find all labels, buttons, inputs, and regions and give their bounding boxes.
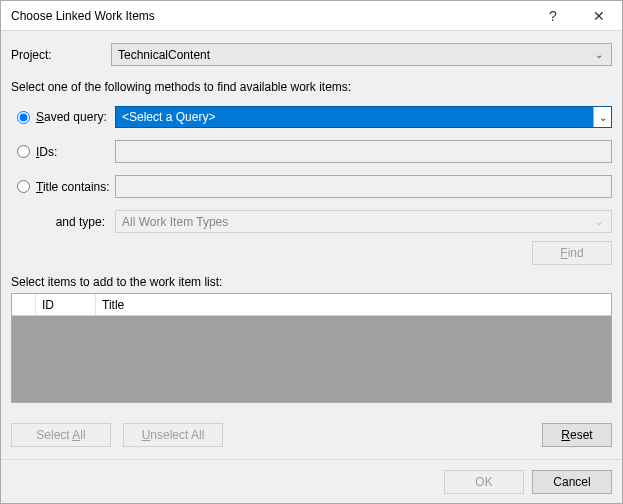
window-title: Choose Linked Work Items	[11, 9, 530, 23]
column-title[interactable]: Title	[96, 294, 611, 315]
titlebar: Choose Linked Work Items ? ✕	[1, 1, 622, 31]
dialog-choose-linked-work-items: Choose Linked Work Items ? ✕ Project: Te…	[0, 0, 623, 504]
ok-button: OK	[444, 470, 524, 494]
help-button[interactable]: ?	[530, 1, 576, 31]
project-dropdown[interactable]: TechnicalContent ⌄	[111, 43, 612, 66]
cancel-button[interactable]: Cancel	[532, 470, 612, 494]
reset-button[interactable]: Reset	[542, 423, 612, 447]
grid-instruction: Select items to add to the work item lis…	[11, 275, 612, 289]
radio-title-contains[interactable]	[17, 180, 30, 193]
project-value: TechnicalContent	[118, 48, 210, 62]
radio-ids[interactable]	[17, 145, 30, 158]
label-ids: IDs:	[36, 145, 57, 159]
grid-header: ID Title	[12, 294, 611, 316]
dialog-body: Project: TechnicalContent ⌄ Select one o…	[1, 31, 622, 459]
column-id[interactable]: ID	[36, 294, 96, 315]
project-label: Project:	[11, 48, 111, 62]
radio-saved-query[interactable]	[17, 111, 30, 124]
chevron-down-icon: ⌄	[595, 49, 603, 60]
close-button[interactable]: ✕	[576, 1, 622, 31]
unselect-all-button: Unselect All	[123, 423, 223, 447]
saved-query-value: <Select a Query>	[122, 110, 215, 124]
dialog-footer: OK Cancel	[1, 459, 622, 503]
title-contains-input	[115, 175, 612, 198]
work-items-grid[interactable]: ID Title	[11, 293, 612, 403]
find-button: Find	[532, 241, 612, 265]
label-title-contains: Title contains:	[36, 180, 110, 194]
grid-corner	[12, 294, 36, 315]
saved-query-dropdown[interactable]: <Select a Query> ⌄	[115, 106, 612, 128]
work-item-type-value: All Work Item Types	[122, 215, 228, 229]
grid-body	[12, 316, 611, 402]
label-saved-query: Saved query:	[36, 110, 107, 124]
and-type-label: and type:	[56, 215, 105, 229]
chevron-down-icon: ⌄	[595, 216, 603, 227]
chevron-down-icon[interactable]: ⌄	[593, 107, 611, 127]
method-instruction: Select one of the following methods to f…	[11, 80, 612, 94]
ids-input	[115, 140, 612, 163]
work-item-type-dropdown: All Work Item Types ⌄	[115, 210, 612, 233]
select-all-button: Select All	[11, 423, 111, 447]
